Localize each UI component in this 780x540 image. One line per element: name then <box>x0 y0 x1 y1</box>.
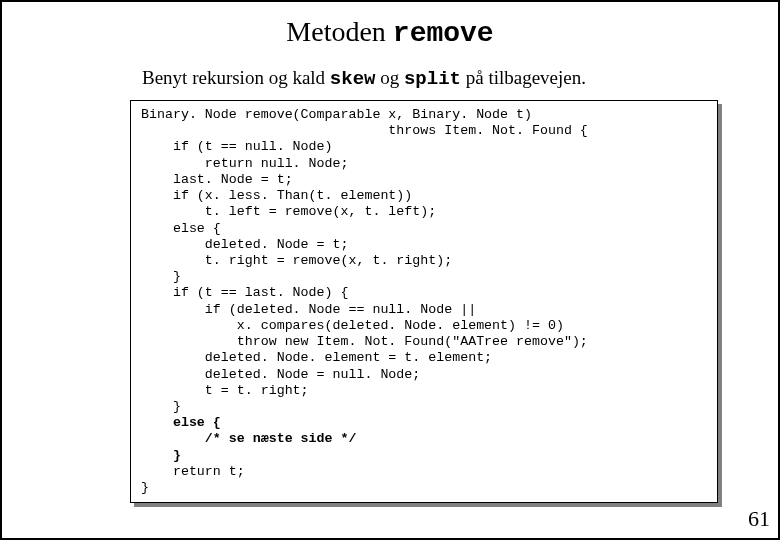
subtitle-post: på tilbagevejen. <box>461 67 586 88</box>
code-line: t = t. right; <box>141 383 309 398</box>
page-title: Metoden remove <box>2 16 778 49</box>
code-line: } <box>141 399 181 414</box>
code-line-bold: } <box>141 448 181 463</box>
code-line: if (t == null. Node) <box>141 139 333 154</box>
code-line: if (t == last. Node) { <box>141 285 348 300</box>
code-line: t. right = remove(x, t. right); <box>141 253 452 268</box>
code-line: } <box>141 269 181 284</box>
code-line: x. compares(deleted. Node. element) != 0… <box>141 318 564 333</box>
subtitle-mid: og <box>375 67 404 88</box>
code-line: throws Item. Not. Found { <box>141 123 588 138</box>
code-line-bold: /* se næste side */ <box>141 431 356 446</box>
code-line: Binary. Node remove(Comparable x, Binary… <box>141 107 532 122</box>
code-line: deleted. Node = null. Node; <box>141 367 420 382</box>
code-line-bold: else { <box>141 415 221 430</box>
code-line: last. Node = t; <box>141 172 293 187</box>
code-line: return null. Node; <box>141 156 348 171</box>
subtitle-split: split <box>404 68 461 90</box>
code-line: else { <box>141 221 221 236</box>
title-text: Metoden <box>286 16 393 47</box>
code-line: if (x. less. Than(t. element)) <box>141 188 412 203</box>
slide-page: Metoden remove Benyt rekursion og kald s… <box>0 0 780 540</box>
code-box-wrapper: Binary. Node remove(Comparable x, Binary… <box>130 100 718 503</box>
code-line: throw new Item. Not. Found("AATree remov… <box>141 334 588 349</box>
code-line: if (deleted. Node == null. Node || <box>141 302 476 317</box>
code-line: t. left = remove(x, t. left); <box>141 204 436 219</box>
page-number: 61 <box>748 506 770 532</box>
code-line: deleted. Node = t; <box>141 237 348 252</box>
subtitle: Benyt rekursion og kald skew og split på… <box>142 67 778 90</box>
subtitle-pre: Benyt rekursion og kald <box>142 67 330 88</box>
code-line: return t; <box>141 464 245 479</box>
code-line: deleted. Node. element = t. element; <box>141 350 492 365</box>
subtitle-skew: skew <box>330 68 376 90</box>
code-line: } <box>141 480 149 495</box>
title-mono: remove <box>393 18 494 49</box>
code-box: Binary. Node remove(Comparable x, Binary… <box>130 100 718 503</box>
